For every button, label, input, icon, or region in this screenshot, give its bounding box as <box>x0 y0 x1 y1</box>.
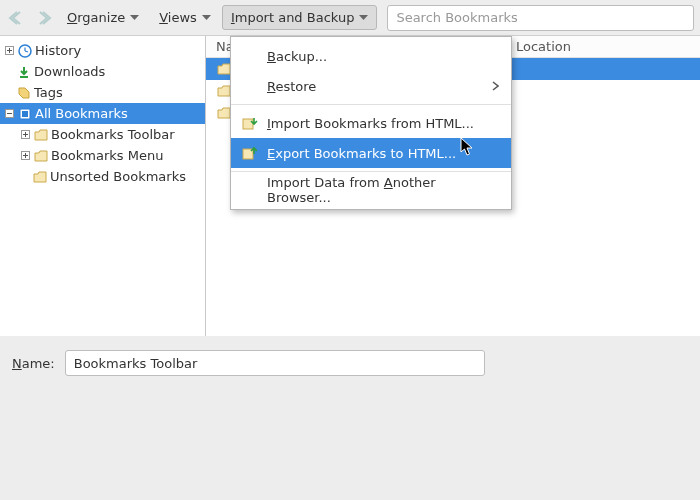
menu-item-label: Restore <box>267 79 484 94</box>
chevron-right-icon <box>492 81 499 91</box>
forward-button[interactable] <box>32 6 56 30</box>
sidebar-item-label: Downloads <box>34 64 105 79</box>
menu-item-label: Backup... <box>267 49 499 64</box>
search-input[interactable] <box>396 10 685 25</box>
sidebar-item-label: Unsorted Bookmarks <box>50 169 186 184</box>
organize-button[interactable]: Organize <box>58 5 148 30</box>
clock-icon <box>17 43 33 59</box>
menu-item-label: Export Bookmarks to HTML... <box>267 146 499 161</box>
menu-separator <box>231 104 511 105</box>
folder-icon <box>32 169 48 185</box>
sidebar-item-label: Bookmarks Toolbar <box>51 127 175 142</box>
back-icon <box>8 8 28 28</box>
import-backup-label: Import and Backup <box>231 10 355 25</box>
import-icon <box>241 116 259 130</box>
svg-rect-10 <box>22 111 28 117</box>
chevron-down-icon <box>359 15 368 21</box>
sidebar-item-label: All Bookmarks <box>35 106 128 121</box>
sidebar: History Downloads Tags All Bookmarks Boo… <box>0 36 206 336</box>
menu-separator <box>231 171 511 172</box>
download-icon <box>16 64 32 80</box>
toolbar: Organize Views Import and Backup <box>0 0 700 36</box>
menu-item-label: Import Bookmarks from HTML... <box>267 116 499 131</box>
sidebar-item-label: Bookmarks Menu <box>51 148 163 163</box>
forward-icon <box>34 8 54 28</box>
back-button[interactable] <box>6 6 30 30</box>
menu-item-import-html[interactable]: Import Bookmarks from HTML... <box>231 108 511 138</box>
sidebar-item-tags[interactable]: Tags <box>0 82 205 103</box>
search-box[interactable] <box>387 5 694 31</box>
sidebar-item-label: History <box>35 43 81 58</box>
bookmark-root-icon <box>17 106 33 122</box>
menu-item-export-html[interactable]: Export Bookmarks to HTML... <box>231 138 511 168</box>
sidebar-item-bookmarks-toolbar[interactable]: Bookmarks Toolbar <box>0 124 205 145</box>
views-label: Views <box>159 10 197 25</box>
sidebar-item-history[interactable]: History <box>0 40 205 61</box>
tag-icon <box>16 85 32 101</box>
expand-icon[interactable] <box>20 129 31 140</box>
menu-item-label: Import Data from Another Browser... <box>267 175 499 205</box>
sidebar-item-all-bookmarks[interactable]: All Bookmarks <box>0 103 205 124</box>
import-backup-menu: Backup... Restore Import Bookmarks from … <box>230 36 512 210</box>
views-button[interactable]: Views <box>150 5 220 30</box>
name-label: Name: <box>12 356 55 371</box>
expand-icon[interactable] <box>4 45 15 56</box>
detail-bar: Name: <box>0 336 700 390</box>
expand-icon[interactable] <box>20 150 31 161</box>
sidebar-item-unsorted[interactable]: Unsorted Bookmarks <box>0 166 205 187</box>
menu-item-restore[interactable]: Restore <box>231 71 511 101</box>
sidebar-item-downloads[interactable]: Downloads <box>0 61 205 82</box>
import-backup-button[interactable]: Import and Backup <box>222 5 378 30</box>
menu-item-backup[interactable]: Backup... <box>231 41 511 71</box>
sidebar-item-label: Tags <box>34 85 63 100</box>
folder-icon <box>33 148 49 164</box>
organize-label: Organize <box>67 10 125 25</box>
column-location[interactable]: Location <box>506 39 581 54</box>
chevron-down-icon <box>202 15 211 21</box>
collapse-icon[interactable] <box>4 108 15 119</box>
export-icon <box>241 146 259 160</box>
folder-icon <box>33 127 49 143</box>
name-field[interactable] <box>65 350 485 376</box>
sidebar-item-bookmarks-menu[interactable]: Bookmarks Menu <box>0 145 205 166</box>
menu-item-import-browser[interactable]: Import Data from Another Browser... <box>231 175 511 205</box>
chevron-down-icon <box>130 15 139 21</box>
